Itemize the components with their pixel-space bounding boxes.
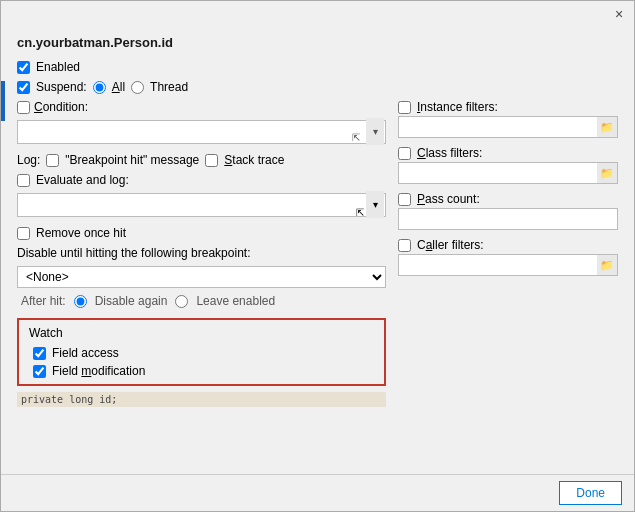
pass-count-input[interactable] [398,208,618,230]
close-button[interactable]: × [610,5,628,23]
instance-filters-label[interactable]: Instance filters: [417,100,498,114]
disable-until-label: Disable until hitting the following brea… [17,246,386,260]
breakpoint-select[interactable]: <None> [17,266,386,288]
field-access-label[interactable]: Field access [52,346,119,360]
main-area: Condition: ⇱ ▾ Log: "Breakpoint hit" mes… [17,100,618,466]
watch-box: Watch Field access Field modification [17,318,386,386]
bottom-bar: Done [1,474,634,511]
condition-label[interactable]: Condition: [34,100,88,114]
accent-bar [1,81,5,121]
caller-filters-label[interactable]: Caller filters: [417,238,484,252]
all-radio[interactable] [93,81,106,94]
code-snippet: private long id; [17,392,386,407]
remove-once-label[interactable]: Remove once hit [36,226,126,240]
class-filters-row: Class filters: 📁 [398,146,618,184]
caller-filters-row: Caller filters: 📁 [398,238,618,276]
evaluate-label[interactable]: Evaluate and log: [36,173,129,187]
log-row: Log: "Breakpoint hit" message Stack trac… [17,153,386,167]
dialog: × cn.yourbatman.Person.id Enabled Suspen… [0,0,635,512]
thread-radio[interactable] [131,81,144,94]
evaluate-row: Evaluate and log: [17,173,386,187]
instance-filters-checkbox[interactable] [398,101,411,114]
watch-items: Field access Field modification [29,346,374,378]
left-panel: Condition: ⇱ ▾ Log: "Breakpoint hit" mes… [17,100,386,466]
breakpoint-hit-label[interactable]: "Breakpoint hit" message [65,153,199,167]
field-modification-label[interactable]: Field modification [52,364,145,378]
pass-count-label[interactable]: Pass count: [417,192,480,206]
class-filters-label-row: Class filters: [398,146,618,160]
caller-filters-input-wrap: 📁 [398,254,618,276]
condition-input-wrap: ⇱ ▾ [17,120,386,147]
field-modification-checkbox[interactable] [33,365,46,378]
class-filters-checkbox[interactable] [398,147,411,160]
instance-filters-row: Instance filters: 📁 [398,100,618,138]
done-button[interactable]: Done [559,481,622,505]
remove-once-row: Remove once hit [17,226,386,240]
stack-trace-checkbox[interactable] [205,154,218,167]
watch-title: Watch [29,326,374,340]
condition-row: Condition: [17,100,386,114]
pass-count-label-row: Pass count: [398,192,618,206]
enabled-checkbox[interactable] [17,61,30,74]
condition-expand-button[interactable]: ⇱ [348,129,364,145]
evaluate-expand-button[interactable]: ⇱ [356,207,364,218]
caller-filters-folder-button[interactable]: 📁 [597,255,617,275]
after-hit-row: After hit: Disable again Leave enabled [17,294,386,308]
suspend-row: Suspend: All Thread [17,80,618,94]
evaluate-dropdown-button[interactable]: ▾ [366,191,384,218]
condition-dropdown-button[interactable]: ▾ [366,118,384,145]
class-filters-label[interactable]: Class filters: [417,146,482,160]
evaluate-checkbox[interactable] [17,174,30,187]
caller-filters-label-row: Caller filters: [398,238,618,252]
field-modification-row: Field modification [33,364,374,378]
instance-filters-folder-button[interactable]: 📁 [597,117,617,137]
suspend-label[interactable]: Suspend: [36,80,87,94]
class-filters-input[interactable] [398,162,618,184]
suspend-checkbox[interactable] [17,81,30,94]
all-radio-label[interactable]: All [112,80,125,94]
disable-again-label[interactable]: Disable again [95,294,168,308]
disable-again-radio[interactable] [74,295,87,308]
condition-checkbox[interactable] [17,101,30,114]
leave-enabled-label[interactable]: Leave enabled [196,294,275,308]
pass-count-checkbox[interactable] [398,193,411,206]
dialog-content: cn.yourbatman.Person.id Enabled Suspend:… [1,27,634,474]
instance-filters-input-wrap: 📁 [398,116,618,138]
remove-once-checkbox[interactable] [17,227,30,240]
leave-enabled-radio[interactable] [175,295,188,308]
log-label: Log: [17,153,40,167]
field-access-row: Field access [33,346,374,360]
caller-filters-input[interactable] [398,254,618,276]
class-filters-input-wrap: 📁 [398,162,618,184]
instance-filters-input[interactable] [398,116,618,138]
breakpoint-select-wrap: <None> [17,266,386,288]
field-access-checkbox[interactable] [33,347,46,360]
breakpoint-hit-checkbox[interactable] [46,154,59,167]
class-filters-folder-button[interactable]: 📁 [597,163,617,183]
caller-filters-checkbox[interactable] [398,239,411,252]
stack-trace-label[interactable]: Stack trace [224,153,284,167]
enabled-label[interactable]: Enabled [36,60,80,74]
pass-count-row: Pass count: [398,192,618,230]
thread-radio-label[interactable]: Thread [150,80,188,94]
enabled-row: Enabled [17,60,618,74]
title-bar: × [1,1,634,27]
dialog-title: cn.yourbatman.Person.id [17,35,618,50]
evaluate-input-wrap: ⇱ ▾ [17,193,386,220]
evaluate-input[interactable] [17,193,386,217]
after-hit-label: After hit: [21,294,66,308]
instance-filters-label-row: Instance filters: [398,100,618,114]
right-panel: Instance filters: 📁 Class filters: [398,100,618,466]
condition-input[interactable] [17,120,386,144]
